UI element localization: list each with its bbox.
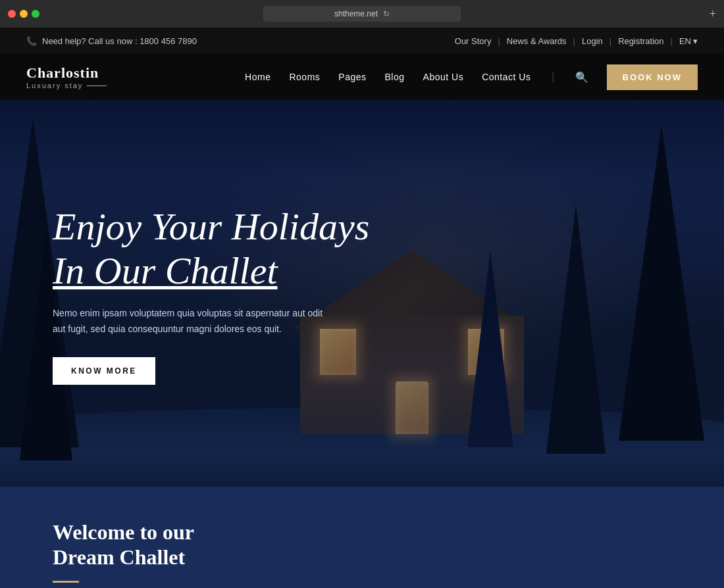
logo-name: Charlostin xyxy=(26,64,107,82)
nav-about-us[interactable]: About Us xyxy=(423,72,464,82)
hero-title-line1: Enjoy Your Holidays xyxy=(53,205,369,248)
tree-right xyxy=(619,125,704,441)
url-text: shtheme.net xyxy=(334,9,378,18)
top-nav-news-awards[interactable]: News & Awards xyxy=(507,36,567,46)
main-nav: Charlostin Luxuary stay Home Rooms Pages… xyxy=(0,54,724,100)
nav-contact-us[interactable]: Contact Us xyxy=(482,72,530,82)
maximize-dot[interactable] xyxy=(32,10,39,18)
chevron-down-icon: ▾ xyxy=(693,36,698,46)
hero-title: Enjoy Your Holidays In Our Challet xyxy=(53,205,369,293)
hero-content: Enjoy Your Holidays In Our Challet Nemo … xyxy=(53,205,369,385)
top-bar-left: 📞 Need help? Call us now : 1800 456 7890 xyxy=(26,36,197,46)
nav-pages[interactable]: Pages xyxy=(338,72,366,82)
top-bar: 📞 Need help? Call us now : 1800 456 7890… xyxy=(0,28,724,54)
lang-label: EN xyxy=(679,36,691,46)
new-tab-button[interactable]: + xyxy=(710,8,716,20)
top-nav-registration[interactable]: Registration xyxy=(618,36,663,46)
book-now-button[interactable]: BOOK NOW xyxy=(607,64,698,90)
minimize-dot[interactable] xyxy=(20,10,28,18)
top-nav-login[interactable]: Login xyxy=(582,36,603,46)
logo-tagline: Luxuary stay xyxy=(26,82,107,89)
phone-icon: 📞 xyxy=(26,36,37,46)
browser-chrome: shtheme.net ↻ + xyxy=(0,0,724,28)
welcome-underline xyxy=(53,581,79,583)
nav-home[interactable]: Home xyxy=(245,72,271,82)
refresh-icon[interactable]: ↻ xyxy=(383,9,390,19)
logo[interactable]: Charlostin Luxuary stay xyxy=(26,64,107,89)
top-bar-right: Our Story | News & Awards | Login | Regi… xyxy=(455,36,698,46)
address-bar[interactable]: shtheme.net ↻ xyxy=(263,6,461,22)
welcome-line2: Dream Challet xyxy=(53,545,185,569)
logo-line xyxy=(87,86,107,86)
browser-dots xyxy=(8,10,39,18)
phone-text: Need help? Call us now : 1800 456 7890 xyxy=(42,36,197,46)
hero-description: Nemo enim ipsam voluptatem quia voluptas… xyxy=(53,306,329,337)
hero-section: Enjoy Your Holidays In Our Challet Nemo … xyxy=(0,100,724,487)
know-more-button[interactable]: KNOW MORE xyxy=(53,357,155,385)
close-dot[interactable] xyxy=(8,10,16,18)
language-selector[interactable]: EN ▾ xyxy=(679,36,698,46)
nav-blog[interactable]: Blog xyxy=(385,72,405,82)
welcome-title: Welcome to our Dream Challet xyxy=(53,520,671,570)
search-icon[interactable]: 🔍 xyxy=(575,71,588,84)
top-nav-our-story[interactable]: Our Story xyxy=(455,36,492,46)
welcome-section: Welcome to our Dream Challet xyxy=(0,487,724,588)
welcome-line1: Welcome to our xyxy=(53,520,194,544)
tree-right-2 xyxy=(546,204,606,454)
hero-title-line2: In Our Challet xyxy=(53,249,278,292)
nav-rooms[interactable]: Rooms xyxy=(289,72,320,82)
nav-links: Home Rooms Pages Blog About Us Contact U… xyxy=(245,64,698,90)
